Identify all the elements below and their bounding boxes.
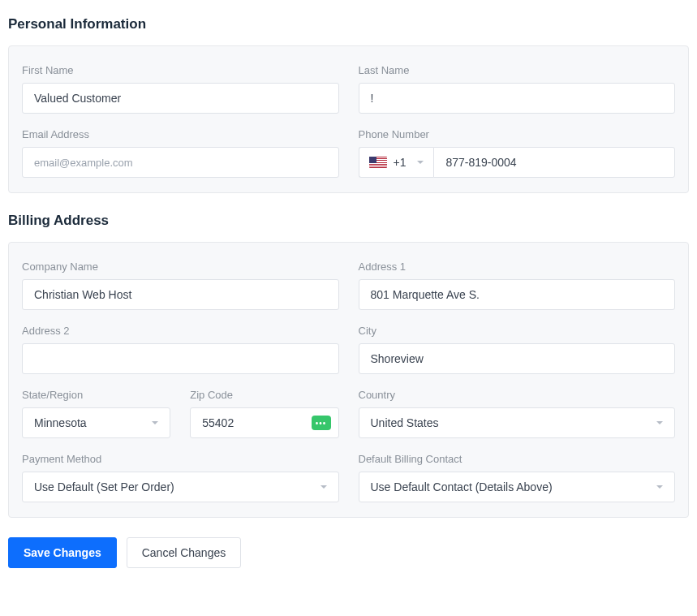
last-name-input[interactable] xyxy=(359,83,676,114)
payment-method-label: Payment Method xyxy=(22,453,339,465)
zip-field: Zip Code ••• xyxy=(190,389,338,438)
company-field: Company Name xyxy=(22,261,339,310)
address1-field: Address 1 xyxy=(359,261,676,310)
first-name-field: First Name xyxy=(22,64,339,114)
phone-field-wrap: Phone Number +1 xyxy=(359,128,676,178)
country-value: United States xyxy=(371,416,439,429)
state-field: State/Region Minnesota xyxy=(22,389,170,438)
phone-label: Phone Number xyxy=(359,128,676,140)
default-billing-contact-select[interactable]: Use Default Contact (Details Above) xyxy=(359,472,676,502)
payment-method-field: Payment Method Use Default (Set Per Orde… xyxy=(22,453,339,502)
chevron-down-icon xyxy=(656,485,663,489)
city-field: City xyxy=(359,325,676,374)
state-zip-group: State/Region Minnesota Zip Code ••• xyxy=(22,389,339,438)
chevron-down-icon xyxy=(656,421,663,424)
city-input[interactable] xyxy=(359,343,676,374)
address1-input[interactable] xyxy=(359,279,676,310)
chevron-down-icon xyxy=(417,161,424,164)
phone-country-code-dropdown[interactable]: +1 xyxy=(359,147,434,178)
country-label: Country xyxy=(359,389,676,401)
chevron-down-icon xyxy=(152,421,158,424)
chevron-down-icon xyxy=(321,485,327,489)
state-select[interactable]: Minnesota xyxy=(22,407,170,438)
first-name-input[interactable] xyxy=(22,83,339,114)
state-value: Minnesota xyxy=(34,416,87,429)
personal-panel: First Name Last Name Email Address Phone… xyxy=(8,45,689,193)
us-flag-icon xyxy=(369,157,387,168)
address2-input[interactable] xyxy=(22,343,339,374)
cancel-button[interactable]: Cancel Changes xyxy=(127,537,242,568)
section-title-personal: Personal Information xyxy=(8,16,689,32)
email-field-wrap: Email Address xyxy=(22,128,339,178)
city-label: City xyxy=(359,325,676,337)
form-actions: Save Changes Cancel Changes xyxy=(8,537,689,568)
payment-method-select[interactable]: Use Default (Set Per Order) xyxy=(22,472,339,502)
phone-number-input[interactable] xyxy=(433,147,675,178)
address1-label: Address 1 xyxy=(359,261,676,273)
address2-field: Address 2 xyxy=(22,325,339,374)
company-label: Company Name xyxy=(22,261,339,273)
default-billing-contact-field: Default Billing Contact Use Default Cont… xyxy=(359,453,676,502)
first-name-label: First Name xyxy=(22,64,339,76)
section-title-billing: Billing Address xyxy=(8,213,689,229)
phone-cc-text: +1 xyxy=(394,156,407,169)
email-label: Email Address xyxy=(22,128,339,140)
last-name-label: Last Name xyxy=(359,64,676,76)
zip-input[interactable] xyxy=(190,407,338,438)
country-select[interactable]: United States xyxy=(359,407,676,438)
state-label: State/Region xyxy=(22,389,170,401)
billing-panel: Company Name Address 1 Address 2 City St… xyxy=(8,242,689,518)
email-field[interactable] xyxy=(22,147,339,178)
save-button[interactable]: Save Changes xyxy=(8,537,117,568)
payment-method-value: Use Default (Set Per Order) xyxy=(34,480,174,493)
zip-label: Zip Code xyxy=(190,389,338,401)
last-name-field: Last Name xyxy=(359,64,676,114)
country-field: Country United States xyxy=(359,389,676,438)
default-billing-contact-label: Default Billing Contact xyxy=(359,453,676,465)
default-billing-contact-value: Use Default Contact (Details Above) xyxy=(371,480,553,493)
company-input[interactable] xyxy=(22,279,339,310)
address2-label: Address 2 xyxy=(22,325,339,337)
